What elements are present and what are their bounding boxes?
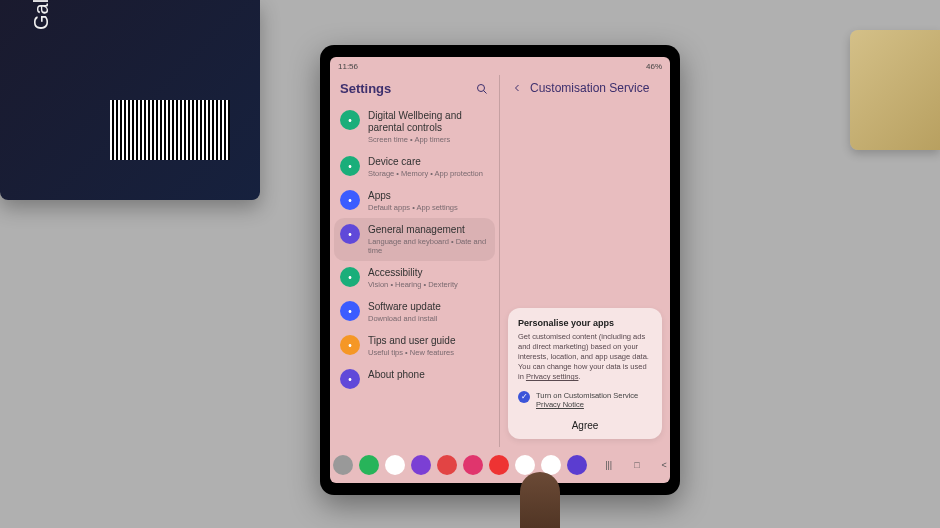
messages-icon[interactable] [385, 455, 405, 475]
finger [520, 472, 560, 528]
settings-title: Settings [340, 81, 469, 96]
drawer-icon[interactable] [333, 455, 353, 475]
settings-item-accessibility[interactable]: •AccessibilityVision • Hearing • Dexteri… [334, 261, 495, 295]
settings-item-sub: Vision • Hearing • Dexterity [368, 280, 489, 289]
personalise-card: Personalise your apps Get customised con… [508, 308, 662, 439]
clock-text: 11:56 [338, 62, 358, 71]
wellbeing-icon: • [340, 110, 360, 130]
product-box-label: Galaxy Z Fold6 [30, 0, 53, 30]
settings-item-title: About phone [368, 369, 489, 381]
settings-item-sub: Language and keyboard • Date and time [368, 237, 489, 255]
search-icon[interactable] [475, 82, 489, 96]
settings-item-sub: Download and install [368, 314, 489, 323]
phone-icon[interactable] [359, 455, 379, 475]
device-frame: 11:56 46% Settings •Digital Wellbeing an… [320, 45, 680, 495]
gallery-icon[interactable] [463, 455, 483, 475]
settings-item-title: Accessibility [368, 267, 489, 279]
app-icon-2[interactable] [567, 455, 587, 475]
svg-point-0 [478, 84, 485, 91]
settings-item-title: Software update [368, 301, 489, 313]
agree-button[interactable]: Agree [518, 414, 652, 433]
accessibility-icon: • [340, 267, 360, 287]
settings-pane: Settings •Digital Wellbeing and parental… [330, 75, 500, 447]
about-phone-icon: • [340, 369, 360, 389]
detail-title: Customisation Service [530, 81, 649, 95]
settings-list: •Digital Wellbeing and parental controls… [330, 104, 499, 447]
checkbox-icon[interactable]: ✓ [518, 391, 530, 403]
settings-item-sub: Screen time • App timers [368, 135, 489, 144]
recents-key[interactable]: ||| [605, 460, 612, 470]
settings-item-general-mgmt[interactable]: •General managementLanguage and keyboard… [334, 218, 495, 261]
status-bar: 11:56 46% [330, 57, 670, 75]
general-mgmt-icon: • [340, 224, 360, 244]
app-icon-1[interactable] [489, 455, 509, 475]
home-key[interactable]: □ [634, 460, 639, 470]
battery-text: 46% [646, 62, 662, 71]
settings-item-title: Digital Wellbeing and parental controls [368, 110, 489, 134]
privacy-settings-link[interactable]: Privacy settings [526, 372, 579, 381]
settings-item-sub: Default apps • App settings [368, 203, 489, 212]
device-care-icon: • [340, 156, 360, 176]
settings-item-title: Device care [368, 156, 489, 168]
settings-item-title: Tips and user guide [368, 335, 489, 347]
settings-item-title: General management [368, 224, 489, 236]
screen: 11:56 46% Settings •Digital Wellbeing an… [330, 57, 670, 483]
youtube-icon[interactable] [515, 455, 535, 475]
apps-icon: • [340, 190, 360, 210]
wooden-object [850, 30, 940, 150]
product-box: Galaxy Z Fold6 [0, 0, 260, 200]
settings-item-device-care[interactable]: •Device careStorage • Memory • App prote… [334, 150, 495, 184]
settings-item-wellbeing[interactable]: •Digital Wellbeing and parental controls… [334, 104, 495, 150]
nav-keys: ||| □ < [605, 460, 667, 470]
svg-line-1 [484, 90, 487, 93]
barcode-sticker [110, 100, 230, 160]
tips-icon: • [340, 335, 360, 355]
settings-item-sub: Storage • Memory • App protection [368, 169, 489, 178]
camera-icon[interactable] [437, 455, 457, 475]
checkbox-text: Turn on Customisation Service Privacy No… [536, 391, 652, 411]
back-icon[interactable] [510, 81, 524, 95]
taskbar: ||| □ < [330, 447, 670, 483]
software-update-icon: • [340, 301, 360, 321]
settings-item-software-update[interactable]: •Software updateDownload and install [334, 295, 495, 329]
card-heading: Personalise your apps [518, 318, 652, 328]
privacy-notice-link[interactable]: Privacy Notice [536, 400, 584, 409]
settings-item-apps[interactable]: •AppsDefault apps • App settings [334, 184, 495, 218]
detail-pane: Customisation Service Personalise your a… [500, 75, 670, 447]
settings-item-title: Apps [368, 190, 489, 202]
settings-item-tips[interactable]: •Tips and user guideUseful tips • New fe… [334, 329, 495, 363]
settings-item-sub: Useful tips • New features [368, 348, 489, 357]
settings-item-about-phone[interactable]: •About phone [334, 363, 495, 395]
samsung-internet-icon[interactable] [411, 455, 431, 475]
back-key[interactable]: < [662, 460, 667, 470]
card-body: Get customised content (including ads an… [518, 332, 652, 383]
